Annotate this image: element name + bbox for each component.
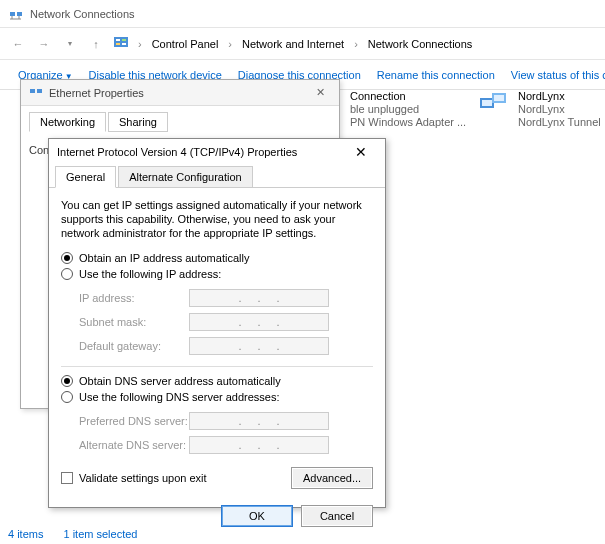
- radio-icon: [61, 252, 73, 264]
- alternate-dns-label: Alternate DNS server:: [79, 439, 189, 451]
- option-auto-dns[interactable]: Obtain DNS server address automatically: [61, 373, 373, 389]
- up-button[interactable]: ↑: [86, 34, 106, 54]
- option-label: Use the following DNS server addresses:: [79, 391, 280, 403]
- breadcrumb-sep: ›: [352, 38, 360, 50]
- ok-button[interactable]: OK: [221, 505, 293, 527]
- status-bar: 4 items 1 item selected: [8, 528, 137, 540]
- alternate-dns-input: ...: [189, 436, 329, 454]
- radio-icon: [61, 375, 73, 387]
- cancel-button[interactable]: Cancel: [301, 505, 373, 527]
- connection-status: NordLynx: [518, 103, 601, 116]
- back-button[interactable]: ←: [8, 34, 28, 54]
- subnet-mask-input: ...: [189, 313, 329, 331]
- nav-row: ← → ▾ ↑ › Control Panel › Network and In…: [0, 28, 605, 60]
- subnet-mask-label: Subnet mask:: [79, 316, 189, 328]
- option-label: Use the following IP address:: [79, 268, 221, 280]
- option-label: Obtain an IP address automatically: [79, 252, 249, 264]
- recent-button[interactable]: ▾: [60, 34, 80, 54]
- radio-icon: [61, 268, 73, 280]
- status-selected-count: 1 item selected: [63, 528, 137, 540]
- validate-label: Validate settings upon exit: [79, 472, 207, 484]
- tab-sharing[interactable]: Sharing: [108, 112, 168, 132]
- checkbox-icon: [61, 472, 73, 484]
- connection-adapter: PN Windows Adapter ...: [350, 116, 466, 129]
- ipv4-description: You can get IP settings assigned automat…: [61, 198, 373, 240]
- controlpanel-icon: [112, 34, 130, 54]
- svg-rect-9: [122, 43, 126, 45]
- breadcrumb-sep: ›: [136, 38, 144, 50]
- svg-rect-7: [122, 39, 126, 41]
- close-button[interactable]: ✕: [310, 86, 331, 99]
- advanced-button[interactable]: Advanced...: [291, 467, 373, 489]
- default-gateway-input: ...: [189, 337, 329, 355]
- svg-rect-12: [482, 100, 492, 106]
- breadcrumb-item[interactable]: Network Connections: [366, 38, 475, 50]
- radio-icon: [61, 391, 73, 403]
- svg-rect-0: [10, 12, 15, 16]
- breadcrumb-item[interactable]: Control Panel: [150, 38, 221, 50]
- svg-rect-6: [116, 39, 120, 41]
- connection-item[interactable]: Connection ble unplugged PN Windows Adap…: [350, 90, 466, 129]
- svg-rect-5: [114, 37, 128, 47]
- option-use-ip[interactable]: Use the following IP address:: [61, 266, 373, 282]
- ipv4-properties-dialog: Internet Protocol Version 4 (TCP/IPv4) P…: [48, 138, 386, 508]
- forward-button[interactable]: →: [34, 34, 54, 54]
- window-title: Network Connections: [30, 8, 135, 20]
- svg-rect-14: [30, 89, 35, 93]
- svg-rect-1: [17, 12, 22, 16]
- breadcrumb-sep: ›: [226, 38, 234, 50]
- svg-rect-13: [494, 95, 504, 101]
- rename-connection[interactable]: Rename this connection: [371, 65, 501, 85]
- option-auto-ip[interactable]: Obtain an IP address automatically: [61, 250, 373, 266]
- breadcrumb-item[interactable]: Network and Internet: [240, 38, 346, 50]
- tab-networking[interactable]: Networking: [29, 112, 106, 132]
- dialog-title: Internet Protocol Version 4 (TCP/IPv4) P…: [57, 146, 345, 158]
- validate-checkbox[interactable]: Validate settings upon exit: [61, 472, 207, 484]
- connection-adapter: NordLynx Tunnel: [518, 116, 601, 129]
- network-icon: [29, 85, 43, 101]
- option-use-dns[interactable]: Use the following DNS server addresses:: [61, 389, 373, 405]
- option-label: Obtain DNS server address automatically: [79, 375, 281, 387]
- connection-name: NordLynx: [518, 90, 601, 103]
- view-status[interactable]: View status of this co: [505, 65, 605, 85]
- connection-status: ble unplugged: [350, 103, 466, 116]
- svg-rect-15: [37, 89, 42, 93]
- dialog-title: Ethernet Properties: [49, 87, 310, 99]
- svg-rect-8: [116, 43, 120, 45]
- network-icon: [8, 6, 24, 22]
- adapter-icon: [478, 90, 510, 114]
- close-button[interactable]: ✕: [345, 144, 377, 160]
- ip-address-label: IP address:: [79, 292, 189, 304]
- window-titlebar: Network Connections: [0, 0, 605, 28]
- connection-item[interactable]: NordLynx NordLynx NordLynx Tunnel: [478, 90, 601, 129]
- preferred-dns-label: Preferred DNS server:: [79, 415, 189, 427]
- preferred-dns-input: ...: [189, 412, 329, 430]
- default-gateway-label: Default gateway:: [79, 340, 189, 352]
- ip-address-input: ...: [189, 289, 329, 307]
- connection-name: Connection: [350, 90, 466, 103]
- tab-general[interactable]: General: [55, 166, 116, 188]
- status-item-count: 4 items: [8, 528, 43, 540]
- tab-alternate[interactable]: Alternate Configuration: [118, 166, 253, 188]
